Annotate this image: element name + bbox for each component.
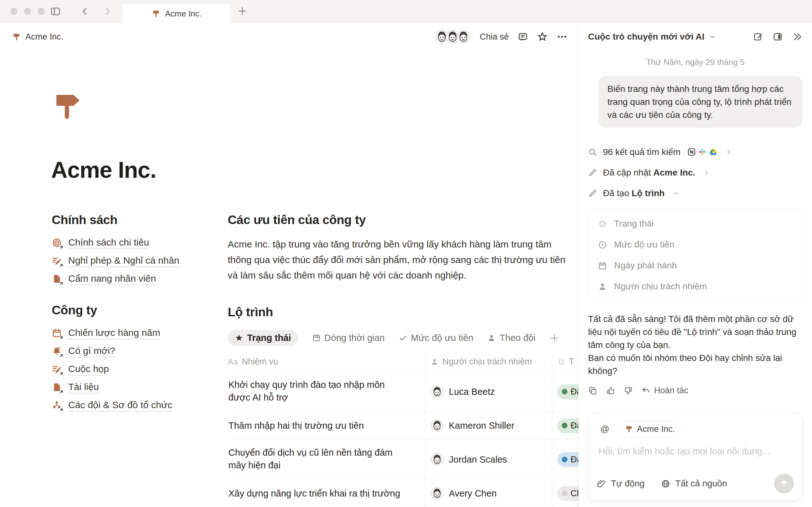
breadcrumb[interactable]: Acme Inc. — [12, 32, 63, 42]
link-leave-policy[interactable]: Nghỉ phép & Nghỉ cá nhân — [52, 255, 207, 268]
new-chat-icon[interactable] — [753, 32, 763, 42]
comments-icon[interactable] — [518, 32, 528, 42]
search-icon — [588, 147, 597, 157]
context-chip-acme[interactable]: Acme Inc. — [618, 421, 682, 437]
zoom-window-button[interactable] — [38, 8, 45, 15]
property-release-date[interactable]: Ngày phát hành — [589, 255, 802, 276]
avatar — [430, 453, 444, 466]
link-employee-handbook[interactable]: Cẩm nang nhân viên — [52, 273, 207, 285]
close-window-button[interactable] — [10, 8, 17, 15]
table-row[interactable]: Xây dựng năng lực triển khai ra thị trườ… — [228, 480, 578, 507]
table-row[interactable]: Chuyển đổi dịch vụ cũ lên nền tảng đám m… — [228, 439, 578, 480]
check-icon — [399, 334, 407, 342]
property-assignee[interactable]: Người chịu trách nhiệm — [589, 276, 802, 297]
link-teams-org-chart[interactable]: Các đội & Sơ đồ tổ chức — [52, 399, 207, 412]
list-pencil-icon — [52, 364, 62, 375]
column-header-assignee[interactable]: Người chịu trách nhiệm — [425, 352, 552, 371]
back-button[interactable] — [79, 6, 90, 17]
document-icon — [52, 382, 62, 393]
chevron-down-icon[interactable] — [709, 33, 716, 40]
activity-updated-page[interactable]: Đã cập nhật Acme Inc. — [588, 162, 803, 183]
undo-button[interactable]: Hoàn tác — [641, 386, 688, 395]
new-tab-button[interactable] — [237, 6, 247, 16]
activity-search-results[interactable]: 96 kết quả tìm kiếm — [588, 142, 803, 162]
arrow-up-icon — [779, 478, 789, 489]
add-view-button[interactable] — [549, 333, 560, 343]
copy-icon[interactable] — [588, 386, 598, 395]
chevron-right-icon — [725, 149, 732, 156]
link-arrow-icon — [59, 335, 64, 340]
column-header-task[interactable]: Aa Nhiệm vụ — [228, 352, 425, 371]
priorities-paragraph: Acme Inc. tập trung vào tăng trưởng bền … — [228, 236, 566, 283]
link-whats-new[interactable]: Có gì mới? — [52, 345, 207, 358]
link-spending-policy[interactable]: Chính sách chi tiêu — [52, 236, 207, 249]
thumbs-up-icon[interactable] — [606, 386, 615, 395]
tab-title: Acme Inc. — [165, 9, 202, 19]
tab-acme-inc[interactable]: Acme Inc. — [122, 4, 231, 23]
chevron-down-icon — [672, 190, 679, 197]
target-icon — [52, 238, 62, 248]
user-message-bubble: Biến trang này thành trung tâm tổng hợp … — [598, 76, 803, 128]
ai-chat-body: Thứ Năm, ngày 29 tháng 5 Biến trang này … — [578, 50, 812, 507]
spinner-icon — [598, 219, 607, 228]
link-arrow-icon — [59, 353, 64, 358]
property-priority[interactable]: Mức độ ưu tiên — [589, 234, 802, 255]
link-documents[interactable]: Tài liệu — [52, 381, 207, 394]
share-button[interactable]: Chia sẻ — [479, 32, 509, 42]
tab-bar: Acme Inc. — [0, 0, 812, 23]
roadmap-table: Aa Nhiệm vụ Người chịu trách nhiệm T Khở… — [228, 352, 578, 507]
calendar-icon — [312, 334, 321, 342]
pencil-icon — [588, 168, 597, 177]
forward-button[interactable] — [102, 6, 113, 17]
priority-icon — [598, 240, 607, 249]
view-tab-status[interactable]: Trạng thái — [228, 330, 298, 346]
thumbs-down-icon[interactable] — [623, 386, 633, 395]
view-tab-by-team[interactable]: Theo đội — [487, 333, 536, 343]
view-tab-priority[interactable]: Mức độ ưu tiên — [399, 333, 473, 343]
sidebar-toggle-icon[interactable] — [50, 6, 61, 17]
bell-icon — [52, 346, 62, 357]
mode-auto-button[interactable]: Tự động — [611, 478, 645, 489]
link-arrow-icon — [59, 281, 64, 286]
column-header-status[interactable]: T — [552, 352, 578, 371]
signpost-icon — [12, 32, 21, 41]
composer-input[interactable]: Hỏi, tìm kiếm hoặc tạo mọi loại nội dung… — [599, 446, 794, 457]
link-arrow-icon — [59, 389, 64, 394]
avatar — [430, 487, 444, 500]
attach-icon[interactable] — [597, 479, 606, 488]
slack-icon — [698, 148, 707, 156]
table-row[interactable]: Khởi chạy quy trình đào tạo nhập môn đượ… — [228, 372, 578, 412]
ai-composer[interactable]: @ Acme Inc. Hỏi, tìm kiếm hoặc tạo mọi l… — [588, 413, 803, 501]
link-annual-strategy[interactable]: Chiến lược hàng năm — [52, 327, 207, 340]
collapse-panel-icon[interactable] — [792, 32, 803, 42]
activity-created-page[interactable]: Đã tạo Lộ trình — [588, 183, 803, 204]
star-icon — [235, 334, 243, 342]
ai-panel-header: Cuộc trò chuyện mới với AI — [578, 23, 812, 50]
avatar — [430, 419, 444, 432]
minimize-window-button[interactable] — [24, 8, 31, 15]
property-status[interactable]: Trạng thái — [589, 213, 802, 234]
calendar-icon — [52, 328, 62, 339]
all-sources-button[interactable]: Tất cả nguồn — [675, 478, 727, 489]
notion-window: Acme Inc. Acme Inc. Chia sẻ Acme Inc. Ch… — [0, 0, 812, 507]
google-drive-icon — [709, 148, 717, 156]
mention-button[interactable]: @ — [597, 421, 613, 437]
priorities-heading: Các ưu tiên của công ty — [228, 213, 578, 227]
person-icon — [598, 282, 607, 291]
panel-layout-icon[interactable] — [773, 32, 783, 42]
link-arrow-icon — [59, 372, 64, 376]
link-meetings[interactable]: Cuộc họp — [52, 363, 207, 376]
ai-response-paragraph: Bạn có muốn tôi nhóm theo Đội hay chỉnh … — [588, 351, 803, 377]
ai-chat-title[interactable]: Cuộc trò chuyện mới với AI — [588, 32, 705, 42]
favorite-star-icon[interactable] — [537, 32, 548, 42]
view-tab-timeline[interactable]: Dòng thời gian — [312, 333, 385, 343]
more-options-icon[interactable] — [557, 32, 567, 42]
window-controls — [10, 8, 45, 15]
undo-icon — [641, 386, 650, 395]
send-button[interactable] — [774, 474, 794, 493]
globe-icon[interactable] — [661, 479, 670, 488]
chevron-right-icon — [703, 169, 710, 176]
avatar — [456, 30, 471, 44]
page-signpost-icon[interactable] — [51, 90, 83, 122]
table-row[interactable]: Thâm nhập hai thị trường ưu tiên Kameron… — [228, 412, 578, 439]
